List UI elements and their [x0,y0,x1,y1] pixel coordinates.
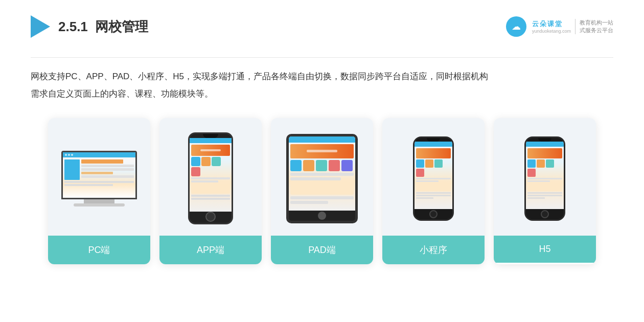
card-app-label: APP端 [159,236,262,264]
pc-base [74,203,125,206]
card-h5: H5 [494,118,596,264]
card-mini-label: 小程序 [382,236,485,264]
card-pc-label: PC端 [48,236,150,264]
description-line1: 网校支持PC、APP、PAD、小程序、H5，实现多端打通，产品各终端自由切换，数… [31,68,613,85]
pad-mockup [286,134,358,223]
card-app: APP端 [159,118,262,264]
header-divider [31,57,613,58]
card-pad: PAD端 [271,118,373,264]
card-pad-image [271,118,373,236]
phone-notch [203,134,218,138]
page-title: 2.5.1 网校管理 [58,18,148,36]
description-line2: 需求自定义页面上的内容、课程、功能模块等。 [31,85,613,103]
pc-stand [84,199,114,203]
brand-text: 云朵课堂 yunduoketang.com [532,19,571,34]
card-pad-label: PAD端 [271,236,373,264]
card-h5-image [494,118,596,236]
page-container: 2.5.1 网校管理 ☁ 云朵课堂 yunduoketang.com 教育机构一… [0,0,644,322]
brand-slogan: 教育机构一站 式服务云平台 [575,19,613,34]
app-phone-mockup [188,132,233,224]
card-mini: 小程序 [382,118,485,264]
brand-url: yunduoketang.com [532,29,571,34]
card-h5-label: H5 [494,236,596,263]
card-mini-image [382,118,485,236]
logo-triangle-icon [31,15,50,38]
header: 2.5.1 网校管理 ☁ 云朵课堂 yunduoketang.com 教育机构一… [31,15,613,43]
phone-home-btn [205,212,216,222]
phone-screen [190,138,232,212]
cards-container: PC端 [31,118,613,264]
brand-name: 云朵课堂 [532,19,563,29]
section-number: 2.5.1 [58,19,88,34]
header-left: 2.5.1 网校管理 [31,15,148,38]
h5-phone-mockup [524,136,565,221]
description-text: 网校支持PC、APP、PAD、小程序、H5，实现多端打通，产品各终端自由切换，数… [31,68,613,103]
cloud-logo-icon: ☁ [505,16,527,37]
section-title: 网校管理 [95,19,148,34]
card-app-image [159,118,262,236]
brand-slogan-line2: 式服务云平台 [580,27,613,34]
pc-screen [61,151,137,199]
brand-logo: ☁ 云朵课堂 yunduoketang.com 教育机构一站 式服务云平台 [505,16,613,37]
pad-screen [289,136,355,211]
pad-home-btn [318,212,326,220]
mini-phone-mockup [413,136,454,221]
card-pc-image [48,118,150,236]
brand-slogan-line1: 教育机构一站 [580,19,613,27]
svg-text:☁: ☁ [512,21,521,32]
card-pc: PC端 [48,118,150,264]
